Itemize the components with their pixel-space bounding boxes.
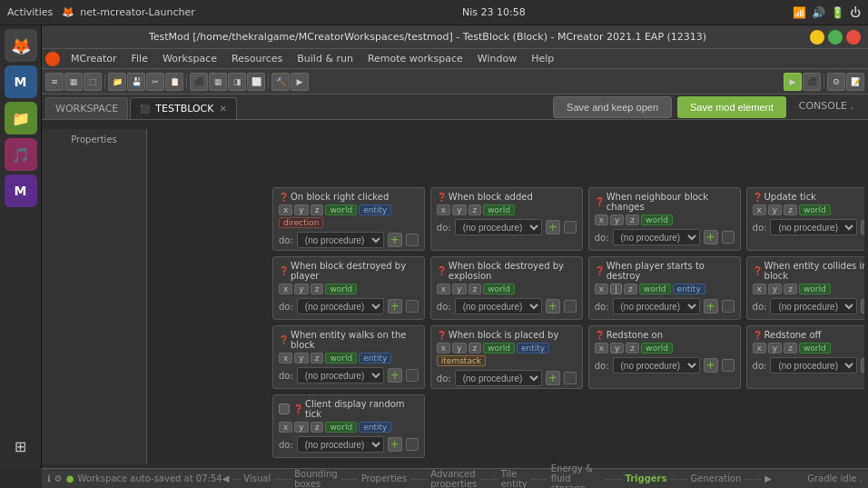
do-plus-5[interactable]: +	[388, 299, 402, 314]
do-select-8[interactable]: (no procedure)	[770, 298, 857, 314]
menu-help[interactable]: Help	[524, 51, 561, 66]
menu-resources[interactable]: Resources	[224, 51, 290, 66]
save-keep-button[interactable]: Save and keep open	[553, 96, 672, 118]
tab-workspace[interactable]: WORKSPACE	[45, 97, 128, 119]
panel-checkbox-13[interactable]	[279, 403, 290, 414]
do-plus-6[interactable]: +	[546, 299, 560, 314]
toolbar-btn-run[interactable]: ▶	[784, 73, 802, 91]
do-plus-13[interactable]: +	[388, 437, 402, 452]
do-check-3[interactable]	[722, 231, 735, 244]
do-check-1[interactable]	[406, 234, 419, 246]
toolbar-btn-more1[interactable]: ⚙	[827, 73, 845, 91]
toolbar-btn-10[interactable]: ◨	[228, 73, 246, 91]
dock-icon-files[interactable]: 📁	[5, 102, 37, 134]
menu-file[interactable]: File	[124, 51, 155, 66]
toolbar-btn-8[interactable]: ⬛	[190, 73, 208, 91]
toolbar-btn-3[interactable]: ⬚	[84, 73, 102, 91]
minimize-button[interactable]	[810, 30, 824, 45]
nav-prev[interactable]: ◀	[222, 473, 230, 483]
panel-help-icon-6[interactable]: ❓	[437, 266, 447, 275]
do-plus-3[interactable]: +	[704, 230, 718, 244]
do-select-11[interactable]: (no procedure)	[613, 357, 700, 373]
nav-visual[interactable]: Visual	[243, 473, 271, 483]
nav-bounding[interactable]: Bounding boxes	[294, 469, 337, 489]
do-plus-8[interactable]: +	[861, 299, 864, 314]
panel-help-icon-9[interactable]: ❓	[279, 335, 289, 344]
toolbar-btn-2[interactable]: ▦	[64, 73, 83, 91]
activities-button[interactable]: Activities	[7, 6, 53, 18]
do-check-2[interactable]	[564, 221, 577, 234]
panel-help-icon-7[interactable]: ❓	[595, 266, 605, 275]
save-mod-button[interactable]: Save mod element	[677, 96, 786, 118]
do-plus-9[interactable]: +	[388, 368, 402, 383]
dock-icon-firefox[interactable]: 🦊	[5, 29, 37, 62]
panel-help-icon-3[interactable]: ❓	[595, 197, 605, 206]
do-select-7[interactable]: (no procedure)	[613, 298, 700, 314]
do-check-13[interactable]	[406, 438, 419, 451]
menu-remote-workspace[interactable]: Remote workspace	[360, 51, 470, 66]
panel-help-icon-11[interactable]: ❓	[595, 331, 605, 340]
do-select-5[interactable]: (no procedure)	[297, 298, 384, 314]
toolbar-btn-1[interactable]: ≡	[45, 73, 64, 91]
tab-close-button[interactable]: ✕	[219, 104, 226, 114]
do-select-4[interactable]: (no procedure)	[770, 219, 857, 235]
toolbar-btn-5[interactable]: 💾	[127, 73, 145, 91]
do-select-6[interactable]: (no procedure)	[455, 298, 542, 314]
nav-triggers[interactable]: Triggers	[625, 473, 666, 483]
tab-testblock[interactable]: ⬛ TESTBLOCK ✕	[130, 97, 237, 119]
menu-build-run[interactable]: Build & run	[290, 51, 360, 66]
panel-help-icon-10[interactable]: ❓	[437, 331, 447, 340]
toolbar-btn-9[interactable]: ▦	[209, 73, 227, 91]
maximize-button[interactable]	[828, 30, 843, 45]
dock-icon-grid[interactable]: ⊞	[5, 430, 37, 463]
do-plus-12[interactable]: +	[861, 358, 864, 373]
do-check-6[interactable]	[564, 300, 577, 313]
toolbar-btn-stop[interactable]: ⬛	[803, 73, 821, 91]
toolbar-btn-more2[interactable]: 📝	[846, 73, 864, 91]
do-plus-1[interactable]: +	[388, 233, 402, 247]
do-check-5[interactable]	[406, 300, 419, 313]
do-plus-2[interactable]: +	[546, 220, 560, 234]
do-check-11[interactable]	[722, 359, 735, 372]
nav-generation[interactable]: Generation	[691, 473, 742, 483]
panel-help-icon-5[interactable]: ❓	[279, 266, 289, 275]
dock-icon-app4[interactable]: M	[5, 174, 37, 207]
do-check-10[interactable]	[564, 372, 577, 384]
toolbar-btn-4[interactable]: 📁	[108, 73, 126, 91]
panel-help-icon-13[interactable]: ❓	[293, 404, 303, 413]
close-button[interactable]	[846, 30, 861, 45]
do-select-13[interactable]: (no procedure)	[297, 436, 384, 453]
toolbar-btn-11[interactable]: ⬜	[247, 73, 265, 91]
menu-mcreator[interactable]: MCreator	[64, 51, 124, 66]
do-check-7[interactable]	[722, 300, 735, 313]
do-select-9[interactable]: (no procedure)	[297, 367, 384, 383]
menu-workspace[interactable]: Workspace	[155, 51, 224, 66]
do-plus-10[interactable]: +	[546, 371, 560, 385]
nav-energy[interactable]: Energy & fluid storage	[551, 463, 602, 488]
do-select-3[interactable]: (no procedure)	[613, 229, 700, 245]
do-select-2[interactable]: (no procedure)	[455, 219, 542, 235]
nav-next[interactable]: ▶	[764, 473, 772, 483]
toolbar-btn-7[interactable]: 📋	[165, 73, 183, 91]
dock-icon-mcreator[interactable]: M	[5, 65, 37, 98]
panel-help-icon-4[interactable]: ❓	[753, 193, 763, 202]
do-plus-7[interactable]: +	[704, 299, 718, 314]
toolbar-btn-12[interactable]: 🔨	[271, 73, 290, 91]
do-select-1[interactable]: (no procedure)	[297, 232, 384, 248]
do-select-10[interactable]: (no procedure)	[455, 370, 542, 386]
do-plus-4[interactable]: +	[861, 220, 864, 234]
do-plus-11[interactable]: +	[704, 358, 718, 373]
menu-window[interactable]: Window	[470, 51, 524, 66]
nav-advanced[interactable]: Advanced properties	[430, 469, 477, 489]
toolbar-btn-6[interactable]: ✂	[146, 73, 164, 91]
dock-icon-app3[interactable]: 🎵	[5, 138, 37, 171]
toolbar-btn-13[interactable]: ▶	[291, 73, 309, 91]
status-settings-icon[interactable]: ⚙	[54, 473, 63, 483]
panel-help-icon-8[interactable]: ❓	[753, 266, 763, 275]
do-select-12[interactable]: (no procedure)	[770, 357, 857, 373]
nav-properties[interactable]: Properties	[361, 473, 408, 483]
panel-help-icon-2[interactable]: ❓	[437, 193, 447, 202]
do-check-9[interactable]	[406, 369, 419, 382]
nav-tile-entity[interactable]: Tile entity	[501, 469, 528, 489]
panel-help-icon-12[interactable]: ❓	[753, 331, 763, 340]
